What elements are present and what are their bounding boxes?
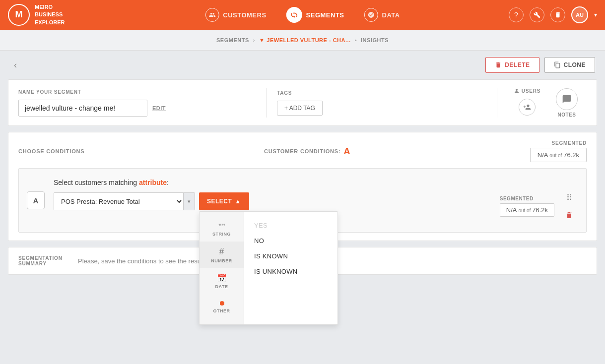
avatar-chevron[interactable]: ▾	[594, 11, 597, 18]
app-name: MEIRO BUSINESS EXPLORER	[35, 3, 65, 26]
add-user-button[interactable]	[519, 99, 536, 116]
condition-inner: Select customers matching attribute: POS…	[54, 179, 492, 210]
notes-button[interactable]: NOTES	[556, 88, 578, 118]
delete-nav-button[interactable]	[550, 7, 565, 22]
vertical-divider-1	[267, 88, 267, 118]
name-label: NAME YOUR SEGMENT	[18, 89, 257, 95]
dropdown-options-list: YES NO IS KNOWN IS UNKNOWN	[244, 212, 337, 324]
dropdown-type-number[interactable]: # NUMBER	[200, 242, 244, 268]
vertical-divider-2	[497, 88, 497, 118]
breadcrumb-segments[interactable]: SEGMENTS	[216, 37, 249, 43]
tags-section: TAGS + ADD TAG	[277, 90, 487, 116]
back-button[interactable]: ‹	[10, 58, 21, 72]
help-button[interactable]: ?	[509, 7, 524, 22]
data-label: DATA	[382, 11, 400, 19]
other-label: OTHER	[213, 308, 230, 313]
edit-link[interactable]: EDIT	[152, 105, 166, 111]
other-icon: ⏺	[218, 299, 225, 307]
string-icon: ❞❞	[218, 223, 225, 230]
drag-handle-button[interactable]: ⠿	[562, 190, 576, 204]
toolbar-right: DELETE CLONE	[485, 57, 595, 73]
breadcrumb-current: ▼ JEWELLED VULTURE - CHA...	[259, 37, 351, 43]
number-label: NUMBER	[211, 258, 232, 263]
out-of-text: out of	[549, 153, 563, 158]
choose-conditions-title: CHOOSE CONDITIONS	[18, 148, 84, 154]
nav-data[interactable]: DATA	[364, 8, 400, 22]
customers-icon	[205, 8, 219, 22]
condition-card-a: A Select customers matching attribute: P…	[18, 168, 587, 233]
row-actions: ⠿	[562, 190, 576, 222]
condition-right: SEGMENTED N/A out of 76.2k ⠿	[500, 190, 576, 222]
logo-icon: M	[8, 4, 30, 26]
select-dropdown-popup: ❞❞ STRING # NUMBER 📅 DATE	[199, 211, 338, 325]
name-section: NAME YOUR SEGMENT jewelled vulture - cha…	[18, 89, 257, 117]
top-navigation: M MEIRO BUSINESS EXPLORER CUSTOMERS SEGM…	[0, 0, 605, 30]
conditions-header: CHOOSE CONDITIONS CUSTOMER CONDITIONS: A…	[18, 140, 587, 162]
option-is-known[interactable]: IS KNOWN	[252, 248, 330, 264]
dropdown-type-string[interactable]: ❞❞ STRING	[200, 218, 244, 242]
breadcrumb-dot: •	[355, 37, 357, 43]
select-btn-wrapper: SELECT ▲ ❞❞ STRING #	[199, 192, 249, 210]
dropdown-type-list: ❞❞ STRING # NUMBER 📅 DATE	[200, 212, 244, 324]
condition-segmented-label: SEGMENTED	[500, 196, 534, 201]
wrench-button[interactable]	[530, 7, 544, 22]
delete-condition-button[interactable]	[562, 208, 576, 222]
logo-area[interactable]: M MEIRO BUSINESS EXPLORER	[8, 3, 65, 26]
dropdown-type-other[interactable]: ⏺ OTHER	[200, 294, 244, 318]
option-yes[interactable]: YES	[252, 218, 330, 233]
condition-segmented-value: N/A out of 76.2k	[500, 203, 554, 217]
option-no[interactable]: NO	[252, 233, 330, 248]
breadcrumb-arrow: ›	[253, 37, 255, 43]
notes-icon	[556, 88, 578, 110]
segment-name-display: jewelled vulture - change me!	[18, 100, 147, 117]
attribute-select-row: POS Presta: Revenue Total ▾ SELECT ▲	[54, 192, 492, 210]
select-button[interactable]: SELECT ▲	[199, 192, 249, 210]
date-icon: 📅	[217, 273, 227, 283]
nav-items: CUSTOMERS SEGMENTS DATA	[205, 7, 400, 23]
notes-section: NOTES	[547, 88, 587, 118]
segments-icon	[286, 7, 302, 23]
conditions-section: CHOOSE CONDITIONS CUSTOMER CONDITIONS: A…	[8, 132, 597, 241]
segments-label: SEGMENTS	[306, 11, 344, 19]
add-tag-button[interactable]: + ADD TAG	[277, 101, 323, 116]
dropdown-arrow: ▾	[183, 193, 195, 210]
breadcrumb: SEGMENTS › ▼ JEWELLED VULTURE - CHA... •…	[0, 30, 605, 51]
name-input-row: jewelled vulture - change me! EDIT	[18, 100, 257, 117]
user-avatar-button[interactable]: AU	[571, 6, 588, 23]
tags-label: TAGS	[277, 90, 487, 96]
date-label: DATE	[215, 284, 228, 289]
condition-text: Select customers matching attribute:	[54, 179, 492, 186]
string-label: STRING	[212, 232, 231, 237]
toolbar: ‹ DELETE CLONE	[0, 51, 605, 79]
option-is-unknown[interactable]: IS UNKNOWN	[252, 264, 330, 279]
users-label: USERS	[507, 88, 547, 94]
delete-button[interactable]: DELETE	[485, 57, 539, 73]
nav-customers[interactable]: CUSTOMERS	[205, 8, 266, 22]
condition-segmented: SEGMENTED N/A out of 76.2k	[500, 196, 554, 217]
data-icon	[364, 8, 378, 22]
attribute-select-input[interactable]: POS Presta: Revenue Total	[54, 193, 183, 210]
condition-letter-header: A	[343, 146, 350, 157]
notes-label: NOTES	[558, 112, 576, 118]
segment-name-card: NAME YOUR SEGMENT jewelled vulture - cha…	[8, 79, 597, 126]
segmented-value: N/A out of 76.2k	[530, 148, 587, 162]
breadcrumb-insights[interactable]: INSIGHTS	[361, 37, 389, 43]
attribute-dropdown[interactable]: POS Presta: Revenue Total ▾	[54, 192, 195, 210]
nav-segments[interactable]: SEGMENTS	[286, 7, 344, 23]
segmented-label: SEGMENTED	[551, 140, 587, 146]
nav-right: ? AU ▾	[509, 6, 597, 23]
segmented-box: SEGMENTED N/A out of 76.2k	[530, 140, 587, 162]
dropdown-type-date[interactable]: 📅 DATE	[200, 268, 244, 294]
summary-title: SEGMENTATION SUMMARY	[18, 255, 68, 266]
condition-letter-badge: A	[27, 191, 45, 209]
filter-icon: ▼	[259, 37, 265, 43]
users-section: USERS	[507, 88, 547, 118]
number-icon: #	[219, 246, 224, 257]
clone-button[interactable]: CLONE	[544, 57, 596, 73]
customers-label: CUSTOMERS	[223, 11, 266, 19]
attribute-link[interactable]: attribute	[139, 179, 167, 186]
customer-conditions: CUSTOMER CONDITIONS: A	[264, 146, 350, 157]
